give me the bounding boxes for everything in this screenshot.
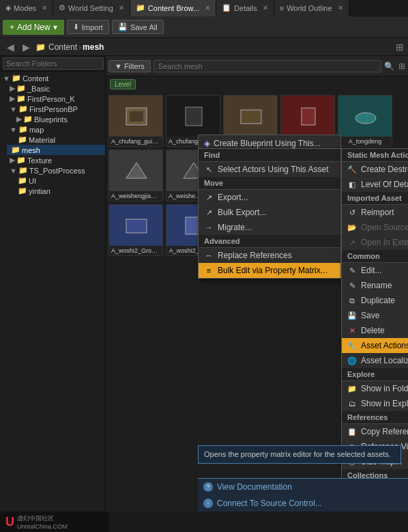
asset-localization-item[interactable]: 🌐 Asset Localization ▶ (342, 353, 408, 368)
show-explorer-icon: 🗂 (347, 399, 357, 408)
close-details-icon[interactable]: ✕ (263, 4, 268, 12)
advanced-section-header: Advanced (199, 235, 340, 248)
tree-item-mesh[interactable]: 📁 mesh (7, 145, 105, 155)
import-icon: ⬇ (73, 23, 79, 31)
edit-item[interactable]: ✎ Edit... (342, 263, 408, 278)
rename-item[interactable]: ✎ Rename F2 (342, 278, 408, 293)
delete-item[interactable]: ✕ Delete Delete (342, 323, 408, 338)
tree-item-ts-postprocess[interactable]: ▼ 📁 TS_PostProcess (7, 165, 105, 176)
content-area: ▼ Filters 🔍 ⊞ Level A_chufang_guizi01 A_… (106, 56, 408, 512)
connect-source-control-link[interactable]: ↑ Connect To Source Control... (198, 495, 408, 512)
grid-icon: ⊞ (396, 42, 404, 53)
close-world-outline-icon[interactable]: ✕ (338, 4, 343, 12)
export-icon: ↗ (204, 193, 214, 202)
tree-item-firstpersonbp[interactable]: ▼ 📁 FirstPersonBP (7, 104, 105, 114)
select-actors-item[interactable]: ↖ Select Actors Using This Asset (199, 162, 340, 177)
tree-item-blueprints[interactable]: ▶ 📁 Blueprints (14, 114, 105, 124)
open-source-icon: 📂 (347, 223, 357, 232)
duplicate-icon: ⧉ (347, 296, 357, 305)
save-item[interactable]: 💾 Save (342, 308, 408, 323)
create-destructible-item[interactable]: 🔨 Create Destructible Mesh (342, 162, 408, 177)
expand-icon: ▼ (10, 105, 17, 113)
ue-text: 虚幻中国社区UnrealChina.COM (17, 514, 68, 530)
expand-icon: ▼ (10, 167, 17, 175)
asset-actions-item[interactable]: 🔧 Asset Actions ▶ (342, 338, 408, 353)
tab-bar: ◈ Modes ✕ ⚙ World Setting ✕ 📁 Content Br… (0, 0, 408, 16)
main-layout: 🔍 ▼ 📁 Content ▶ 📁 _Basic ▶ 📁 FirstPerson… (0, 56, 408, 512)
asset-localization-icon: 🌐 (347, 356, 357, 365)
open-external-icon: ↗ (347, 238, 357, 247)
toolbar: + Add New ▾ ⬇ Import 💾 Save All (0, 16, 408, 38)
add-new-button[interactable]: + Add New ▾ (3, 20, 64, 35)
search-folders-bar: 🔍 (0, 56, 105, 72)
tree-item-content[interactable]: ▼ 📁 Content (0, 73, 105, 83)
import-button[interactable]: ⬇ Import (67, 20, 109, 34)
documentation-icon: ? (203, 482, 213, 492)
migrate-icon: → (204, 223, 214, 232)
tree-item-texture[interactable]: ▶ 📁 Texture (7, 155, 105, 165)
tooltip: Opens the property matrix editor for the… (198, 445, 401, 464)
lod-icon: ◧ (347, 180, 357, 189)
plus-icon: + (10, 23, 14, 32)
duplicate-item[interactable]: ⧉ Duplicate Ctrl+W (342, 293, 408, 308)
chevron-down-icon: ▾ (53, 23, 57, 32)
close-modes-icon[interactable]: ✕ (42, 4, 47, 12)
open-external-editor-item: ↗ Open In External Editor (342, 235, 408, 250)
expand-icon: ▼ (3, 74, 10, 83)
show-explorer-item[interactable]: 🗂 Show in Explorer (342, 396, 408, 411)
show-folder-view-item[interactable]: 📁 Show in Folder View Ctrl+B (342, 381, 408, 396)
copy-reference-item[interactable]: 📋 Copy Reference (342, 424, 408, 439)
details-icon: 📋 (222, 3, 231, 12)
breadcrumb-content[interactable]: Content (48, 42, 77, 52)
delete-icon: ✕ (347, 326, 357, 335)
tree-item-ui[interactable]: 📁 UI (14, 176, 105, 186)
breadcrumb: Content › mesh (48, 42, 104, 52)
tree-item-yintian[interactable]: 📁 yintian (14, 186, 105, 196)
breadcrumb-mesh[interactable]: mesh (83, 42, 104, 52)
static-mesh-section-header: Static Mesh Actions (342, 149, 408, 162)
blueprint-icon: ◈ (204, 139, 210, 148)
expand-icon: ▶ (16, 115, 22, 124)
copy-reference-icon: 📋 (347, 427, 357, 436)
sidebar: 🔍 ▼ 📁 Content ▶ 📁 _Basic ▶ 📁 FirstPerson… (0, 56, 106, 512)
tab-details[interactable]: 📋 Details ✕ (216, 0, 274, 16)
world-outline-icon: ≡ (280, 4, 284, 12)
save-all-button[interactable]: 💾 Save All (112, 20, 164, 34)
forward-button[interactable]: ▶ (20, 40, 33, 54)
folder-icon: 📁 (35, 42, 46, 52)
show-folder-icon: 📁 (347, 384, 357, 393)
search-folders-input[interactable] (3, 57, 104, 70)
source-control-icon: ↑ (203, 499, 213, 508)
expand-icon: ▼ (10, 126, 17, 134)
bulk-export-item[interactable]: ↗ Bulk Export... (199, 205, 340, 220)
close-world-setting-icon[interactable]: ✕ (119, 4, 124, 12)
edit-icon: ✎ (347, 266, 357, 275)
tab-modes[interactable]: ◈ Modes ✕ (0, 0, 53, 16)
move-section-header: Move (199, 177, 340, 190)
nav-bar: ◀ ▶ 📁 Content › mesh ⊞ (0, 38, 408, 56)
tree-item-basic[interactable]: ▶ 📁 _Basic (7, 83, 105, 94)
migrate-item[interactable]: → Migrate... (199, 220, 340, 235)
tab-world-outline[interactable]: ≡ World Outline ✕ (274, 0, 349, 16)
view-documentation-link[interactable]: ? View Documentation (198, 479, 408, 495)
close-content-browser-icon[interactable]: ✕ (205, 4, 210, 12)
tree-item-firstperson-k[interactable]: ▶ 📁 FirstPerson_K (7, 94, 105, 104)
expand-icon: ▶ (10, 156, 15, 165)
reimport-item[interactable]: ↺ Reimport (342, 205, 408, 220)
right-context-menu: Static Mesh Actions 🔨 Create Destructibl… (341, 148, 408, 483)
tree-item-map[interactable]: ▼ 📁 map (7, 124, 105, 135)
imported-section-header: Imported Asset (342, 192, 408, 205)
export-item[interactable]: ↗ Export... (199, 190, 340, 205)
level-of-detail-item[interactable]: ◧ Level Of Detail ▶ (342, 177, 408, 192)
replace-references-item[interactable]: ↔ Replace References (199, 248, 340, 263)
tree-item-material[interactable]: 📁 Material (14, 135, 105, 145)
back-button[interactable]: ◀ (4, 40, 17, 54)
tab-world-setting[interactable]: ⚙ World Setting ✕ (53, 0, 130, 16)
modes-icon: ◈ (5, 3, 11, 12)
find-section-header: Find (199, 149, 340, 162)
tab-content-browser[interactable]: 📁 Content Brow... ✕ (130, 0, 216, 16)
world-setting-icon: ⚙ (59, 3, 65, 12)
bulk-edit-item[interactable]: ≡ Bulk Edit via Property Matrix... (199, 263, 340, 278)
folder-tree: ▼ 📁 Content ▶ 📁 _Basic ▶ 📁 FirstPerson_K… (0, 72, 105, 197)
bulk-export-icon: ↗ (204, 208, 214, 217)
